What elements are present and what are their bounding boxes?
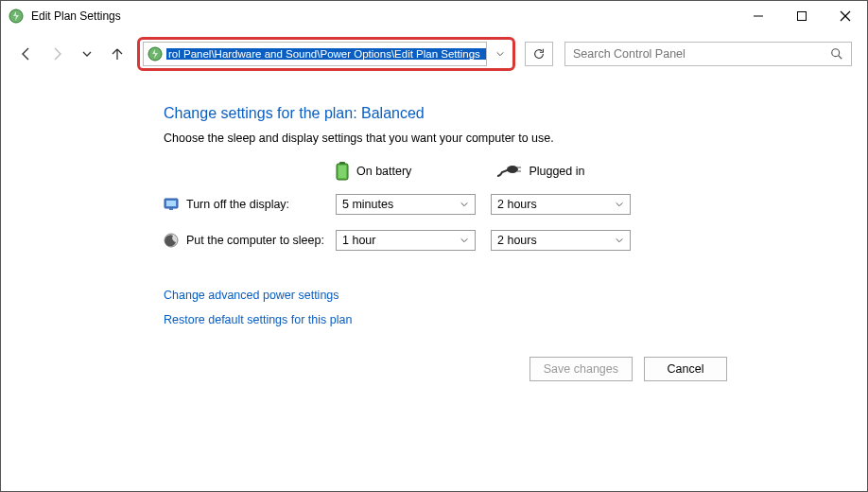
plug-icon [496, 165, 521, 178]
page-subtext: Choose the sleep and display settings th… [164, 132, 867, 145]
svg-line-7 [839, 56, 842, 60]
title-bar: Edit Plan Settings [1, 1, 867, 31]
display-battery-select[interactable]: 5 minutes [336, 194, 476, 215]
address-bar[interactable]: rol Panel\Hardware and Sound\Power Optio… [143, 42, 487, 66]
display-plugged-select[interactable]: 2 hours [491, 194, 631, 215]
select-value: 1 hour [342, 234, 375, 247]
search-box[interactable] [564, 42, 852, 66]
chevron-down-icon [460, 236, 469, 245]
cancel-button[interactable]: Cancel [644, 357, 727, 381]
content-area: Change settings for the plan: Balanced C… [1, 77, 867, 326]
display-row: Turn off the display: 5 minutes 2 hours [164, 194, 867, 215]
plugged-in-header: Plugged in [496, 162, 584, 181]
svg-point-11 [507, 166, 518, 173]
on-battery-label: On battery [356, 165, 411, 178]
app-icon [9, 9, 24, 24]
select-value: 2 hours [497, 234, 537, 247]
close-button[interactable] [824, 1, 867, 31]
recent-dropdown-button[interactable] [73, 40, 101, 68]
svg-point-6 [832, 49, 840, 57]
select-value: 2 hours [497, 198, 537, 211]
svg-rect-2 [798, 12, 807, 21]
search-input[interactable] [573, 47, 830, 61]
chevron-down-icon [615, 200, 624, 209]
restore-defaults-link[interactable]: Restore default settings for this plan [164, 313, 867, 326]
search-icon [830, 47, 843, 61]
maximize-button[interactable] [780, 1, 824, 31]
sleep-icon [164, 233, 179, 248]
chevron-down-icon [460, 200, 469, 209]
window-title: Edit Plan Settings [31, 9, 121, 23]
svg-rect-15 [166, 201, 176, 206]
select-value: 5 minutes [342, 198, 393, 211]
display-icon [164, 197, 179, 212]
power-plan-icon [148, 46, 163, 62]
minimize-button[interactable] [737, 1, 780, 31]
address-dropdown-button[interactable] [490, 43, 511, 65]
svg-rect-16 [169, 208, 173, 210]
address-bar-highlight: rol Panel\Hardware and Sound\Power Optio… [137, 37, 515, 71]
address-path-text[interactable]: rol Panel\Hardware and Sound\Power Optio… [166, 48, 486, 60]
plugged-in-label: Plugged in [529, 165, 584, 178]
navigation-toolbar: rol Panel\Hardware and Sound\Power Optio… [1, 31, 867, 77]
sleep-plugged-select[interactable]: 2 hours [491, 230, 631, 251]
back-button[interactable] [12, 40, 41, 68]
on-battery-header: On battery [336, 162, 411, 181]
svg-rect-10 [339, 166, 346, 178]
dialog-buttons: Save changes Cancel [529, 357, 727, 381]
save-button[interactable]: Save changes [529, 357, 633, 381]
window-controls [737, 1, 867, 31]
column-headers: On battery Plugged in [164, 162, 867, 181]
battery-icon [336, 162, 349, 181]
refresh-button[interactable] [525, 42, 553, 66]
page-heading: Change settings for the plan: Balanced [164, 105, 867, 122]
advanced-settings-link[interactable]: Change advanced power settings [164, 289, 867, 302]
forward-button[interactable] [43, 40, 71, 68]
up-button[interactable] [103, 40, 131, 68]
sleep-battery-select[interactable]: 1 hour [336, 230, 476, 251]
sleep-row: Put the computer to sleep: 1 hour 2 hour… [164, 230, 867, 251]
display-row-label: Turn off the display: [186, 198, 336, 211]
chevron-down-icon [615, 236, 624, 245]
sleep-row-label: Put the computer to sleep: [186, 234, 336, 247]
